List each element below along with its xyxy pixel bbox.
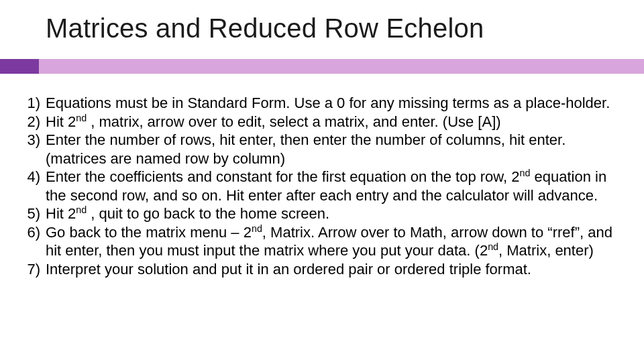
list-item-text: Hit 2nd , quit to go back to the home sc… <box>46 204 624 223</box>
list-item: 1) Equations must be in Standard Form. U… <box>20 94 624 113</box>
slide: Matrices and Reduced Row Echelon 1) Equa… <box>0 0 644 362</box>
accent-bar-light <box>39 59 644 74</box>
list-item: 5) Hit 2nd , quit to go back to the home… <box>20 204 624 223</box>
list-item-text: Hit 2nd , matrix, arrow over to edit, se… <box>46 113 624 131</box>
list-item-text: Enter the number of rows, hit enter, the… <box>46 131 624 168</box>
numbered-list: 1) Equations must be in Standard Form. U… <box>20 94 624 278</box>
list-item-text: Interpret your solution and put it in an… <box>46 260 624 279</box>
list-item-text: Go back to the matrix menu – 2nd, Matrix… <box>46 223 624 260</box>
list-item: 2) Hit 2nd , matrix, arrow over to edit,… <box>20 113 624 131</box>
list-item-number: 5) <box>20 204 46 223</box>
list-item: 6) Go back to the matrix menu – 2nd, Mat… <box>20 223 624 260</box>
list-item-number: 1) <box>20 94 46 113</box>
list-item-number: 6) <box>20 223 46 260</box>
list-item: 7) Interpret your solution and put it in… <box>20 260 624 279</box>
list-item: 3) Enter the number of rows, hit enter, … <box>20 131 624 168</box>
list-item-number: 3) <box>20 131 46 168</box>
list-item-text: Equations must be in Standard Form. Use … <box>46 94 624 113</box>
list-item-number: 2) <box>20 113 46 131</box>
list-item-number: 7) <box>20 260 46 279</box>
list-item-number: 4) <box>20 168 46 204</box>
page-title: Matrices and Reduced Row Echelon <box>46 13 484 44</box>
accent-bar-dark <box>0 59 39 74</box>
accent-bar <box>0 59 644 74</box>
list-item: 4) Enter the coefficients and constant f… <box>20 168 624 204</box>
list-item-text: Enter the coefficients and constant for … <box>46 168 624 204</box>
